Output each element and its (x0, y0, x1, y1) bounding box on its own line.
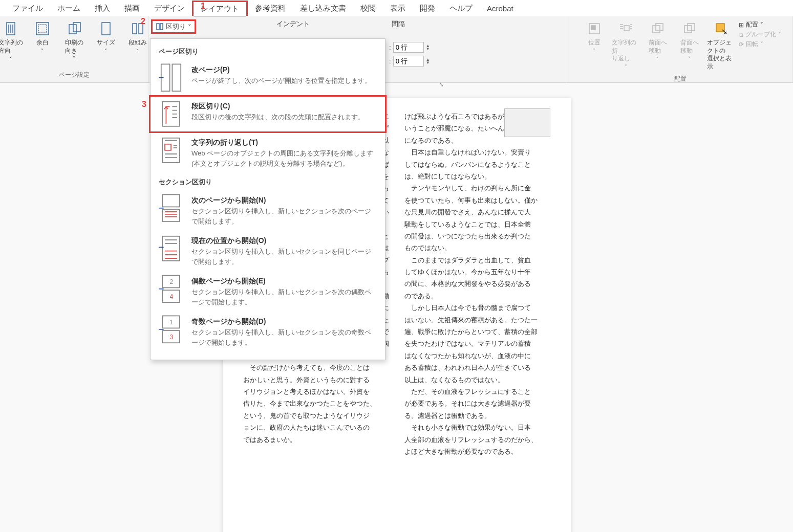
spacing-before-label: : (389, 43, 391, 51)
orientation-button[interactable]: 印刷の 向き (59, 18, 90, 65)
paragraph-launcher[interactable]: ⤡ (439, 82, 443, 87)
svg-text:1: 1 (170, 319, 174, 326)
text-line: してゆくほかはない。今から五年なり十年 (404, 266, 550, 278)
callout-2: 2 (141, 17, 145, 26)
columns-button[interactable]: 段組み (122, 18, 153, 65)
arrange-label: 配置 (674, 73, 687, 86)
column-break-icon (159, 102, 183, 126)
dd-title: 文字列の折り返し(T) (191, 138, 377, 147)
svg-rect-14 (656, 24, 663, 31)
text-line: してはならぬ。バンバンになるようなこと (404, 159, 550, 170)
svg-rect-11 (591, 26, 595, 30)
svg-rect-22 (165, 144, 171, 150)
selection-pane-button[interactable]: オブジェクトの 選択と表示 (706, 18, 737, 73)
dd-item-page-break[interactable]: 改ページ(P) ページが終了し、次のページが開始する位置を指定します。 (151, 60, 385, 95)
menu-mailings[interactable]: 差し込み文書 (293, 2, 353, 15)
text-line: 日本は自重しなければいけない。安賣り (404, 146, 550, 158)
text-line: ではあるまいか。 (243, 434, 389, 446)
breaks-icon (156, 23, 164, 31)
menu-insert[interactable]: 挿入 (88, 2, 117, 15)
spacing-before-input[interactable] (393, 42, 424, 53)
dd-item-column-break[interactable]: 段区切り(C) 段区切りの後の文字列は、次の段の先頭に配置されます。 (149, 95, 387, 133)
dd-title: 次のページから開始(N) (191, 196, 377, 205)
column-2: けば飛ぶような石ころではあるが、あるということが邪魔になる。たいへん悪い先例にな… (404, 110, 550, 526)
menu-review[interactable]: 校閲 (353, 2, 383, 15)
text-line: は、絶對にしてはならない。 (404, 170, 550, 182)
margins-button[interactable]: 余白 (27, 18, 58, 65)
spacing-before-spinner[interactable]: ▲▼ (426, 45, 430, 51)
menu-draw[interactable]: 描画 (117, 2, 147, 15)
align-button[interactable]: ⊞配置˅ (739, 20, 781, 29)
dd-desc: Web ページのオブジェクトの周囲にある文字列を分離します (本文とオブジェクト… (191, 148, 377, 168)
send-backward-icon (681, 20, 698, 37)
text-direction-button[interactable]: 文字列の 方向 (0, 18, 26, 65)
text-line: イリウジョンと考えるほかはない。外資を (243, 386, 389, 397)
breaks-dropdown: ページ区切り 改ページ(P) ページが終了し、次のページが開始する位置を指定しま… (150, 38, 385, 360)
next-page-icon (159, 196, 183, 220)
text-line: が必要である。それには大きな濾過器が要 (404, 397, 550, 409)
size-icon (98, 20, 114, 37)
rotate-button: ⟳回転˅ (739, 40, 781, 49)
svg-text:3: 3 (170, 334, 174, 341)
arrange-group: 位置 文字列の折 り返し 前面へ 移動 背面へ 移動 オブジェクトの 選択と表示… (568, 16, 793, 82)
send-backward-button: 背面へ 移動 (674, 18, 705, 73)
menu-view[interactable]: 表示 (383, 2, 413, 15)
dd-section-section-breaks: セクション区切り (151, 173, 385, 191)
svg-rect-16 (684, 26, 692, 33)
dd-desc: ページが終了し、次のページが開始する位置を指定します。 (191, 76, 377, 86)
menu-acrobat[interactable]: Acrobat (480, 2, 521, 15)
rotate-icon: ⟳ (739, 41, 744, 48)
svg-rect-23 (162, 195, 180, 207)
text-line: を使つていたら、何事も出來はしない。僅か (404, 194, 550, 206)
text-line: 騒動をしているようなことでは、日本全體 (404, 218, 550, 230)
dd-desc: セクション区切りを挿入し、新しいセクションを次の奇数ページで開始します。 (191, 327, 377, 347)
size-button[interactable]: サイズ (91, 18, 121, 65)
dd-title: 奇数ページから開始(D) (191, 317, 377, 326)
menu-bar: ファイル ホーム 挿入 描画 デザイン レイアウト 参考資料 差し込み文書 校閲… (0, 0, 793, 16)
breaks-button[interactable]: 区切り ˅ (151, 19, 196, 34)
text-line: という、鬼の首でも取つたようなイリウジ (243, 410, 389, 422)
wrap-text-icon (618, 20, 634, 37)
svg-rect-6 (133, 24, 137, 34)
text-line: を失つたわけではない。マテリアルの蓄積 (404, 338, 550, 349)
bring-forward-button: 前面へ 移動 (642, 18, 673, 73)
selection-pane-icon (713, 20, 730, 37)
dd-title: 現在の位置から開始(O) (191, 236, 377, 246)
text-line: テンヤモンヤして、わけの判らん所に金 (404, 182, 550, 194)
wrap-text-button: 文字列の折 り返し (611, 18, 641, 73)
menu-references[interactable]: 参考資料 (248, 2, 293, 15)
text-line: の開發は、いつになつたら出來るか判つた (404, 230, 550, 242)
spacing-after-input[interactable] (393, 56, 424, 66)
text-line: このままではダラダラと出血して、貧血 (404, 254, 550, 266)
spacing-controls: : ▲▼ : ▲▼ (389, 42, 430, 66)
menu-design[interactable]: デザイン (147, 2, 192, 15)
dd-item-continuous[interactable]: 現在の位置から開始(O) セクション区切りを挿入し、新しいセクションを同じページ… (151, 231, 385, 272)
spacing-label: 間隔 (392, 19, 405, 29)
text-line: ものではない。 (404, 242, 550, 254)
svg-rect-13 (653, 26, 660, 33)
dd-title: 改ページ(P) (191, 65, 377, 75)
svg-rect-19 (172, 64, 181, 92)
orientation-icon (66, 20, 82, 37)
text-line: ある蓄積は、われわれ日本人が生きている (404, 362, 550, 373)
dd-title: 段区切り(C) (191, 102, 377, 111)
chevron-down-icon: ˅ (188, 23, 191, 31)
dd-item-even-page[interactable]: 24 偶数ページから開始(E) セクション区切りを挿入し、新しいセクションを次の… (151, 272, 385, 312)
text-line: 遍、戰爭に敗けたからといつて、蓄積の全部 (404, 326, 550, 338)
position-button: 位置 (579, 18, 610, 73)
document-area: 基本に。必ずつた以そうなければことをいいもいつてつてい るかとなどはインプ能率も… (0, 83, 793, 532)
dd-item-odd-page[interactable]: 13 奇数ページから開始(D) セクション区切りを挿入し、新しいセクションを次の… (151, 312, 385, 352)
paragraph-group-header: インデント 間隔 (276, 19, 405, 29)
page-break-icon (159, 65, 183, 90)
menu-developer[interactable]: 開発 (413, 2, 442, 15)
menu-help[interactable]: ヘルプ (442, 2, 480, 15)
spacing-after-spinner[interactable]: ▲▼ (426, 58, 430, 64)
dd-item-next-page[interactable]: 次のページから開始(N) セクション区切りを挿入し、新しいセクションを次のページ… (151, 191, 385, 231)
dd-desc: セクション区切りを挿入し、新しいセクションを次のページで開始します。 (191, 206, 377, 226)
dd-desc: セクション区切りを挿入し、新しいセクションを同じページで開始します。 (191, 247, 377, 267)
dd-item-text-wrapping[interactable]: 文字列の折り返し(T) Web ページのオブジェクトの周囲にある文字列を分離しま… (151, 133, 385, 173)
menu-home[interactable]: ホーム (50, 2, 88, 15)
menu-file[interactable]: ファイル (5, 2, 50, 15)
image-placeholder (504, 108, 550, 137)
text-line: よほど大きな衝動が必要なのである。 (404, 446, 550, 457)
